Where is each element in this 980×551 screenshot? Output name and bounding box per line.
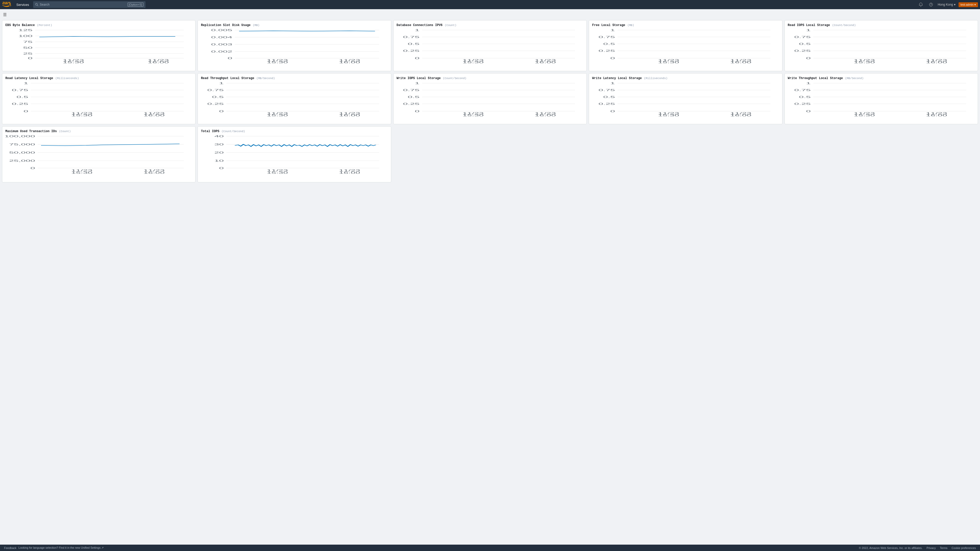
terms-link[interactable]: Terms — [940, 546, 948, 549]
sidebar-toggle-button[interactable]: ☰ — [2, 11, 8, 18]
svg-text:0.75: 0.75 — [403, 36, 420, 38]
chart-card-read-lat: Read Latency Local Storage (Milliseconds… — [2, 73, 196, 124]
chart-svg-riops: 1 0.75 0.5 0.25 0 11/23 15:30 11/23 16:0… — [788, 27, 975, 63]
cookie-link[interactable]: Cookie preferences — [952, 546, 976, 549]
chart-title-rep: Replication Slot Disk Usage — [201, 24, 250, 27]
aws-logo[interactable] — [2, 2, 12, 8]
services-nav-button[interactable]: Services — [14, 2, 31, 8]
help-icon: ? — [929, 3, 933, 6]
chart-title-rthrpt: Read Throughput Local Storage — [201, 76, 254, 81]
hamburger-icon: ☰ — [3, 13, 6, 17]
svg-text:0: 0 — [611, 110, 615, 113]
notifications-button[interactable] — [917, 1, 924, 8]
chart-title-rlat: Read Latency Local Storage — [5, 76, 53, 81]
svg-text:75,000: 75,000 — [9, 143, 35, 146]
chart-svg-tiops: 40 30 20 10 0 11/23 15:30 11/23 16:00 — [201, 134, 388, 175]
empty-col-2 — [589, 126, 782, 183]
svg-text:0: 0 — [806, 57, 811, 60]
chart-unit-free: (MB) — [626, 24, 634, 27]
svg-text:0.75: 0.75 — [794, 89, 811, 92]
help-button[interactable]: ? — [928, 1, 935, 8]
chart-card-ebs-byte-balance: EBS Byte Balance (Percent) 125 100 75 50 — [2, 20, 196, 71]
top-nav: Services [Option+S] ? Hong Kong ▾ test-a… — [0, 0, 980, 9]
chart-area-wlat: 1 0.75 0.5 0.25 0 11/23 15:30 11/23 16:0… — [592, 81, 779, 116]
region-label: Hong Kong ▾ — [938, 3, 955, 6]
svg-text:0.25: 0.25 — [794, 49, 811, 52]
search-shortcut: [Option+S] — [127, 3, 143, 6]
chart-svg-wthrpt: 1 0.75 0.5 0.25 0 11/23 15:30 11/23 16:0… — [788, 81, 975, 116]
svg-text:16:00: 16:00 — [535, 61, 556, 63]
footer-right: © 2022, Amazon Web Services, Inc. or its… — [859, 546, 976, 549]
svg-text:0.25: 0.25 — [207, 103, 224, 105]
svg-text:0: 0 — [30, 167, 35, 170]
feedback-button[interactable]: Feedback — [4, 546, 16, 549]
svg-text:0.25: 0.25 — [403, 103, 420, 105]
svg-text:50: 50 — [23, 46, 33, 49]
unified-text-label: Looking for language selection? Find it … — [18, 546, 80, 549]
svg-text:16:00: 16:00 — [143, 114, 165, 116]
region-selector[interactable]: Hong Kong ▾ — [938, 3, 955, 6]
unified-settings-link[interactable]: Unified Settings — [81, 546, 100, 549]
svg-text:0.75: 0.75 — [598, 89, 615, 92]
svg-text:100: 100 — [18, 35, 33, 38]
user-label: test-admin ▾ — [961, 3, 976, 6]
svg-text:15:30: 15:30 — [267, 114, 288, 116]
chart-title-wlat: Write Latency Local Storage — [592, 76, 641, 81]
chart-grid-row3: Maximum Used Transaction IDs (Count) 100… — [2, 126, 978, 183]
chart-title-tiops: Total IOPS — [201, 130, 219, 134]
svg-text:0.5: 0.5 — [407, 43, 419, 45]
svg-text:0: 0 — [219, 167, 224, 170]
chart-unit-ebs: (Percent) — [35, 24, 52, 27]
chart-unit-tiops: (Count/Second) — [220, 130, 245, 133]
chart-unit-wiops: (Count/Second) — [441, 77, 466, 80]
chart-card-read-throughput: Read Throughput Local Storage (MB/Second… — [197, 73, 391, 124]
svg-text:40: 40 — [215, 135, 224, 138]
svg-text:30: 30 — [215, 143, 224, 146]
svg-text:0.25: 0.25 — [598, 103, 615, 105]
svg-text:1: 1 — [806, 82, 811, 85]
chart-area-tiops: 40 30 20 10 0 11/23 15:30 11/23 16:00 — [201, 134, 388, 175]
chart-title-riops: Read IOPS Local Storage — [788, 24, 830, 27]
svg-text:1: 1 — [415, 29, 420, 32]
chart-svg-db: 1 0.75 0.5 0.25 0 11/23 15:30 11/23 16:0… — [396, 27, 584, 63]
svg-text:15:30: 15:30 — [463, 114, 484, 116]
svg-text:16:00: 16:00 — [339, 61, 360, 63]
svg-text:16:00: 16:00 — [926, 61, 947, 63]
bell-icon — [919, 3, 923, 6]
chart-card-read-iops: Read IOPS Local Storage (Count/Second) 1… — [784, 20, 978, 71]
external-link-icon: ↗ — [101, 546, 103, 549]
chart-area-db: 1 0.75 0.5 0.25 0 11/23 15:30 11/23 16:0… — [396, 27, 584, 63]
chart-title-free: Free Local Storage — [592, 24, 625, 27]
chart-area-txid: 100,000 75,000 50,000 25,000 0 11/23 15:… — [5, 134, 192, 175]
svg-text:0.003: 0.003 — [211, 43, 232, 46]
svg-text:15:30: 15:30 — [658, 114, 679, 116]
search-input[interactable] — [40, 3, 126, 6]
svg-text:15:30: 15:30 — [463, 61, 484, 63]
svg-text:16:00: 16:00 — [730, 114, 751, 116]
svg-text:16:00: 16:00 — [926, 114, 947, 116]
svg-text:0: 0 — [611, 57, 615, 60]
svg-text:0.5: 0.5 — [17, 96, 28, 98]
chart-svg-txid: 100,000 75,000 50,000 25,000 0 11/23 15:… — [5, 134, 192, 175]
chart-card-max-txid: Maximum Used Transaction IDs (Count) 100… — [2, 126, 196, 183]
chart-svg-rlat: 1 0.75 0.5 0.25 0 11/23 15:30 11/23 16:0… — [5, 81, 192, 116]
svg-text:15:30: 15:30 — [267, 61, 288, 63]
svg-text:0.5: 0.5 — [603, 43, 615, 45]
svg-text:1: 1 — [611, 29, 615, 32]
services-label: Services — [16, 3, 29, 6]
chart-unit-wlat: (Milliseconds) — [642, 77, 668, 80]
svg-text:10: 10 — [215, 159, 224, 162]
svg-text:0: 0 — [415, 110, 420, 113]
user-menu[interactable]: test-admin ▾ — [959, 2, 978, 7]
svg-text:0.25: 0.25 — [598, 49, 615, 52]
privacy-link[interactable]: Privacy — [927, 546, 936, 549]
svg-text:0.005: 0.005 — [211, 29, 232, 32]
chart-card-total-iops: Total IOPS (Count/Second) 40 30 20 10 0 — [197, 126, 391, 183]
svg-text:0: 0 — [28, 57, 33, 60]
svg-line-1 — [37, 5, 38, 6]
svg-text:0.002: 0.002 — [211, 50, 232, 53]
chart-card-replication: Replication Slot Disk Usage (MB) 0.005 0… — [197, 20, 391, 71]
chart-unit-db: (Count) — [443, 24, 457, 27]
chart-area-rthrpt: 1 0.75 0.5 0.25 0 11/23 15:30 11/23 16:0… — [201, 81, 388, 116]
chart-svg-rep: 0.005 0.004 0.003 0.002 0 11/23 15:30 11… — [201, 27, 388, 63]
